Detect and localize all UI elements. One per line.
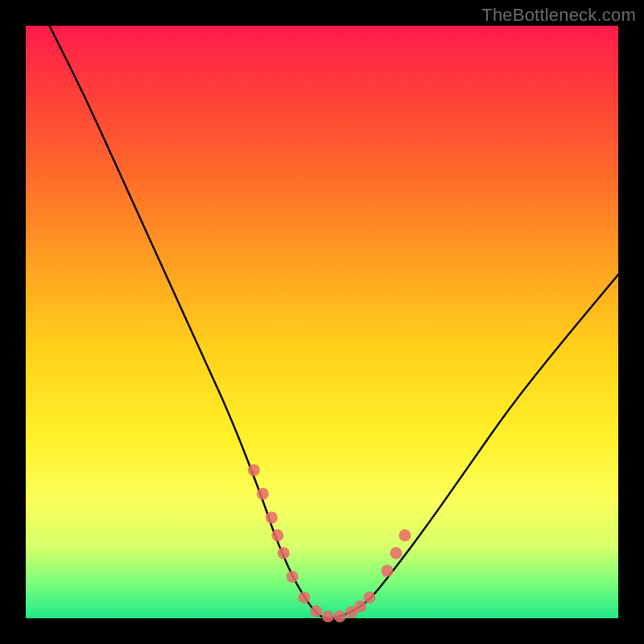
marker-point [399,530,411,542]
marker-point [298,592,310,604]
marker-point [248,464,260,477]
marker-point [287,571,299,583]
marker-point [278,547,290,559]
highlight-markers [248,464,411,623]
marker-point [390,547,402,559]
marker-point [363,592,375,604]
marker-point [257,488,269,500]
marker-point [271,530,283,542]
marker-point [310,605,322,617]
marker-point [322,610,334,622]
bottleneck-curve [26,0,618,618]
plot-area [26,26,618,618]
marker-point [382,565,394,577]
marker-point [354,601,366,613]
bottleneck-curve-svg [26,26,618,618]
chart-frame: TheBottleneck.com [0,0,644,644]
marker-point [334,610,346,622]
marker-point [266,511,278,523]
watermark-text: TheBottleneck.com [481,5,636,26]
